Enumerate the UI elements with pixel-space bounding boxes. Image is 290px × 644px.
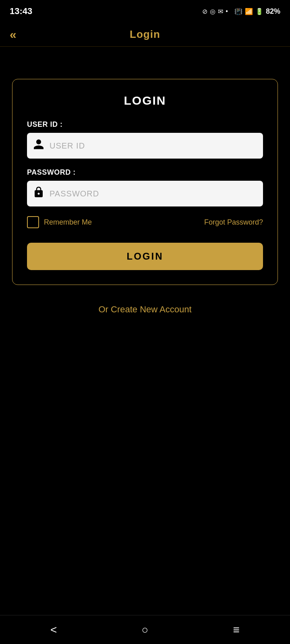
status-icon-s: ⊘ (202, 8, 207, 15)
status-icon-vibrate: 📳 (234, 8, 242, 15)
password-input[interactable] (27, 181, 263, 206)
login-card: LOGIN USER ID : PASSWORD : (12, 79, 278, 285)
password-label: PASSWORD : (27, 168, 263, 177)
status-battery-text: 82% (266, 7, 280, 16)
password-input-wrapper (27, 181, 263, 206)
nav-back-button[interactable]: < (50, 623, 57, 636)
login-card-title: LOGIN (27, 94, 263, 107)
userid-label: USER ID : (27, 120, 263, 129)
status-icon-battery: 🔋 (255, 8, 263, 15)
status-icon-wifi: 📶 (245, 8, 253, 15)
remember-me-checkbox[interactable] (27, 216, 39, 228)
status-icon-dot: • (226, 8, 228, 15)
lock-icon (33, 186, 45, 201)
remember-me-group[interactable]: Remember Me (27, 216, 92, 228)
nav-menu-button[interactable]: ≡ (233, 623, 240, 636)
forgot-password-link[interactable]: Forgot Password? (204, 218, 263, 227)
page-title: Login (130, 28, 160, 41)
userid-input[interactable] (27, 133, 263, 159)
userid-input-wrapper (27, 133, 263, 159)
remember-me-label: Remember Me (44, 218, 92, 227)
status-bar: 13:43 ⊘ ◎ ✉ • 📳 📶 🔋 82% (0, 0, 290, 21)
status-icons: ⊘ ◎ ✉ • 📳 📶 🔋 82% (202, 7, 280, 16)
status-time: 13:43 (10, 6, 32, 17)
nav-home-button[interactable]: ○ (142, 623, 149, 636)
user-icon (33, 138, 45, 153)
header: « Login (0, 21, 290, 47)
login-button[interactable]: LOGIN (27, 243, 263, 270)
remember-forgot-row: Remember Me Forgot Password? (27, 216, 263, 228)
back-button[interactable]: « (10, 29, 17, 41)
create-account-text[interactable]: Or Create New Account (98, 304, 191, 315)
main-content: LOGIN USER ID : PASSWORD : (0, 47, 290, 644)
status-icon-mail: ✉ (218, 8, 223, 15)
bottom-nav: < ○ ≡ (0, 615, 290, 644)
status-icon-target: ◎ (210, 8, 215, 15)
